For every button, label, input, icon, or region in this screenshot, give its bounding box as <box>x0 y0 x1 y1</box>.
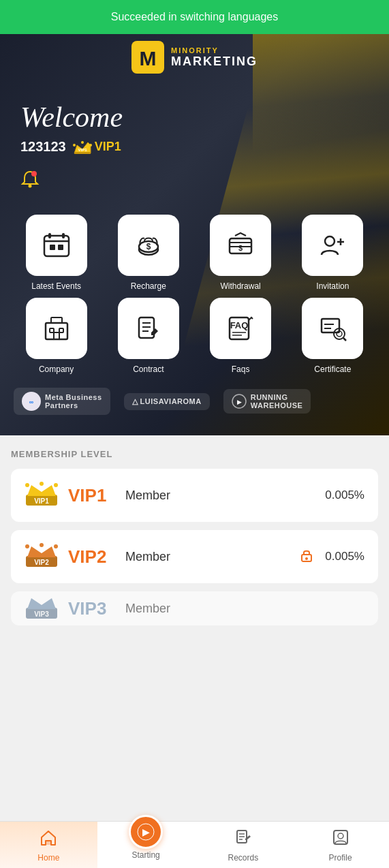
action-item-company[interactable]: Company <box>14 298 99 374</box>
logo-area: M MINORITY MARKETING <box>0 34 389 87</box>
bottom-nav: Home ▶ Starting Records <box>0 821 389 868</box>
svg-text:$: $ <box>146 242 151 251</box>
action-icon-invitation[interactable] <box>302 215 363 276</box>
action-icon-company[interactable] <box>26 298 87 359</box>
home-icon <box>40 828 57 850</box>
action-label-invitation: Invitation <box>316 281 349 291</box>
action-icon-withdrawal[interactable]: $ <box>210 215 271 276</box>
contract-icon <box>134 313 164 343</box>
withdrawal-icon: $ <box>225 230 255 260</box>
vip3-crown-icon: VIP3 <box>25 594 59 623</box>
svg-point-8 <box>29 185 32 188</box>
logo-bottom: MARKETING <box>171 55 258 69</box>
bell-area[interactable] <box>20 170 40 193</box>
meta-icon: ∞ <box>25 395 37 407</box>
svg-point-50 <box>40 482 44 486</box>
logo-text: MINORITY MARKETING <box>171 46 258 69</box>
lock-icon <box>300 548 313 566</box>
logo-icon: M <box>131 41 164 74</box>
vip2-percent: 0.005% <box>325 550 364 563</box>
nav-starting[interactable]: ▶ Starting <box>97 822 195 868</box>
svg-point-22 <box>325 236 334 246</box>
membership-section-title: MEMBERSHIP LEVEL <box>11 449 378 459</box>
svg-rect-10 <box>44 236 69 256</box>
vip-level: VIP1 <box>95 140 121 154</box>
home-svg-icon <box>40 828 57 846</box>
svg-rect-25 <box>46 323 67 339</box>
nav-records[interactable]: Records <box>195 822 292 868</box>
records-icon <box>234 828 252 850</box>
vip2-label: VIP2 <box>68 546 116 568</box>
bottom-padding <box>11 625 378 687</box>
hero-section: M MINORITY MARKETING Welcome 123123 VIP1 <box>0 34 389 435</box>
meta-dot: ∞ <box>22 392 41 411</box>
welcome-section: Welcome 123123 VIP1 VIP1 <box>0 87 389 161</box>
action-icon-faqs[interactable]: FAQ <box>210 298 271 359</box>
svg-point-72 <box>338 833 343 839</box>
svg-line-41 <box>343 338 346 341</box>
action-icon-latest-events[interactable] <box>26 215 87 276</box>
membership-card-vip1[interactable]: VIP1 VIP1 Member 0.005% <box>11 469 378 522</box>
action-item-latest-events[interactable]: Latest Events <box>14 215 99 291</box>
profile-label: Profile <box>329 853 352 863</box>
company-icon <box>42 313 72 343</box>
action-label-company: Company <box>39 365 74 374</box>
membership-card-vip2[interactable]: VIP2 VIP2 Member 0.005% <box>11 530 378 583</box>
svg-text:FAQ: FAQ <box>230 320 249 330</box>
vip1-badge-svg: VIP1 <box>25 481 59 507</box>
logo-top: MINORITY <box>171 46 258 55</box>
padlock-icon <box>300 548 313 563</box>
vip1-member-text: Member <box>125 489 315 503</box>
action-icon-certificate[interactable] <box>302 298 363 359</box>
home-label: Home <box>37 853 59 863</box>
svg-point-56 <box>40 543 44 547</box>
meta-text: Meta BusinessPartners <box>45 393 102 409</box>
svg-point-9 <box>31 171 37 176</box>
action-icon-contract[interactable] <box>118 298 179 359</box>
membership-card-vip3-partial[interactable]: VIP3 VIP3 Member <box>11 591 378 625</box>
svg-point-55 <box>25 544 29 548</box>
action-item-contract[interactable]: Contract <box>106 298 191 374</box>
action-label-contract: Contract <box>133 365 164 374</box>
nav-home[interactable]: Home <box>0 822 97 868</box>
svg-point-6 <box>89 144 92 146</box>
action-grid: Latest Events $ Recharge $ <box>0 201 389 374</box>
svg-text:VIP1: VIP1 <box>34 497 49 505</box>
action-item-faqs[interactable]: FAQ Faqs <box>198 298 283 374</box>
svg-text:▶: ▶ <box>236 399 241 405</box>
action-item-withdrawal[interactable]: $ Withdrawal <box>198 215 283 291</box>
vip2-crown-icon: VIP2 <box>25 542 59 571</box>
svg-point-60 <box>305 557 308 560</box>
nav-profile[interactable]: Profile <box>292 822 389 868</box>
action-item-certificate[interactable]: Certificate <box>290 298 375 374</box>
running-icon: ▶ <box>232 394 247 409</box>
partner-logos: ∞ Meta BusinessPartners △ LUISAVIAROMA ▶… <box>0 374 389 415</box>
vip3-badge-svg: VIP3 <box>25 594 59 620</box>
recharge-icon: $ <box>134 230 164 260</box>
vip3-label: VIP3 <box>68 598 116 619</box>
svg-rect-28 <box>59 328 63 332</box>
svg-text:M: M <box>140 47 157 69</box>
svg-rect-3 <box>74 152 91 154</box>
certificate-icon <box>317 313 347 343</box>
svg-rect-12 <box>48 233 51 238</box>
action-icon-recharge[interactable]: $ <box>118 215 179 276</box>
main-content: MEMBERSHIP LEVEL VIP1 VIP1 Member 0.005% <box>0 435 389 700</box>
action-label-recharge: Recharge <box>131 281 166 291</box>
svg-point-57 <box>54 544 58 548</box>
toast-notification: Succeeded in switching languages <box>0 0 389 34</box>
username: 123123 <box>20 139 66 155</box>
action-item-invitation[interactable]: Invitation <box>290 215 375 291</box>
faq-icon: FAQ <box>225 313 255 343</box>
calendar-icon <box>42 230 72 260</box>
partner-meta: ∞ Meta BusinessPartners <box>14 388 110 415</box>
vip2-badge-svg: VIP2 <box>25 542 59 568</box>
svg-point-49 <box>25 483 29 487</box>
action-item-recharge[interactable]: $ Recharge <box>106 215 191 291</box>
svg-rect-64 <box>46 841 50 845</box>
svg-text:VIP2: VIP2 <box>34 559 49 566</box>
svg-text:$: $ <box>238 244 243 252</box>
records-label: Records <box>228 853 259 863</box>
svg-point-51 <box>54 483 58 487</box>
bell-icon <box>20 170 40 189</box>
